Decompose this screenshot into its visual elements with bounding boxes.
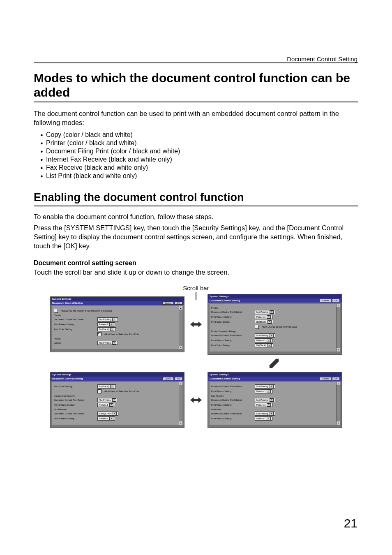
screenshot-fax-list: System Settings Document Control Setting…: [208, 372, 342, 428]
chevron-down-icon: ▼: [267, 403, 271, 407]
screenshot-printer-docfiling: System Settings Document Control Setting…: [208, 294, 342, 355]
scroll-up-icon[interactable]: ▲: [179, 306, 182, 310]
allow-user-checkbox[interactable]: [255, 325, 259, 329]
panel-title: System Settings: [51, 372, 184, 377]
chevron-down-icon: ▼: [267, 417, 271, 420]
panel-subtitle: Document Control Setting: [52, 377, 83, 380]
ok-button[interactable]: OK: [332, 299, 340, 302]
scroll-bar-caption: Scroll bar: [34, 284, 358, 291]
allow-user-label: Allow User to Select the Print Color: [262, 326, 297, 328]
dcps-select[interactable]: Not Printing▼: [255, 398, 275, 402]
scroll-up-icon[interactable]: ▲: [179, 382, 182, 385]
pps-select[interactable]: Pattern 1▼: [255, 315, 272, 319]
chevron-down-icon: ▼: [267, 315, 271, 319]
scroll-down-icon[interactable]: ▼: [337, 421, 340, 425]
chevron-down-icon: ▼: [270, 412, 274, 415]
scroll-down-icon[interactable]: ▼: [179, 421, 182, 425]
chevron-down-icon: ▼: [270, 334, 274, 337]
section-copies-2: Copies:: [54, 342, 96, 344]
allow-user-label: Allow User to Select the Print Color: [104, 333, 140, 335]
double-arrow-icon: [190, 320, 202, 329]
cancel-button[interactable]: Cancel: [162, 301, 174, 305]
dcps-select[interactable]: Not Printing▼: [255, 412, 275, 416]
dcps-select[interactable]: Not Printing▼: [255, 333, 275, 338]
scrollbar[interactable]: ▲▼: [179, 306, 182, 349]
scrollbar[interactable]: ▲▼: [336, 382, 340, 425]
scroll-down-icon[interactable]: ▼: [179, 346, 182, 349]
heading-enabling: Enabling the document control function: [34, 191, 358, 204]
list-item: Copy (color / black and white): [40, 131, 358, 139]
pps-select[interactable]: Pattern 1▼: [255, 416, 272, 421]
scroll-up-icon[interactable]: ▲: [337, 382, 340, 385]
h1-rule: [34, 102, 358, 102]
diagonal-arrow-icon: [268, 358, 280, 369]
dcps-label: Document Control Print Select:: [211, 399, 253, 401]
dcps-label: Document Control Print Select:: [54, 412, 96, 415]
dcps-label: Document Control Print Select:: [211, 334, 253, 337]
modes-intro: The document control function can be use…: [34, 109, 358, 127]
pcs-label: Print Color Setting:: [211, 344, 253, 347]
modes-list: Copy (color / black and white) Printer (…: [40, 131, 358, 180]
dcps-label: Document Control Print Select:: [211, 311, 253, 313]
ok-button[interactable]: OK: [332, 377, 340, 380]
chevron-down-icon: ▼: [267, 339, 271, 342]
ok-button[interactable]: OK: [175, 301, 182, 305]
dcps-select[interactable]: Always Print▼: [97, 412, 118, 416]
svg-marker-3: [269, 358, 279, 368]
pps-label: Print Pattern Setting:: [54, 323, 96, 326]
pps-label: Print Pattern Setting:: [211, 339, 253, 342]
pcs-select[interactable]: Bk(Black)▼: [97, 327, 116, 331]
panel-title: System Settings: [208, 372, 341, 377]
always-add-checkbox[interactable]: [54, 309, 58, 313]
dcps-label: Document Control Print Select:: [211, 385, 253, 388]
pps-label: Print Pattern Setting:: [211, 417, 253, 420]
pcs-select[interactable]: Bk(Black)▼: [97, 384, 116, 388]
scrollbar[interactable]: ▲▼: [179, 382, 182, 425]
allow-user-label: Allow User to Select the Print Color: [104, 390, 140, 393]
section-docfiling: Prints (Document Filing):: [211, 330, 338, 333]
panel-subtitle: Document Control Setting: [210, 299, 240, 302]
section-ifax: Internet Fax Receive:: [54, 395, 181, 397]
pcs-label: Print Color Setting:: [211, 321, 253, 323]
allow-user-checkbox[interactable]: [97, 389, 101, 393]
panel-subtitle: Document Control Setting: [52, 302, 83, 304]
scrollbar[interactable]: ▲▼: [336, 304, 340, 352]
cancel-button[interactable]: Cancel: [320, 299, 331, 302]
chevron-down-icon: ▼: [110, 385, 114, 388]
section-printer: Printer:: [211, 307, 338, 309]
pps-select[interactable]: Pattern 1▼: [97, 416, 115, 421]
dcps-select[interactable]: Not Printing▼: [97, 398, 118, 402]
pps-select[interactable]: Pattern 1▼: [97, 403, 115, 407]
dcps-select[interactable]: Not Printing▼: [255, 310, 275, 314]
panel-title: System Settings: [51, 297, 184, 301]
dcps-select[interactable]: Not Printing▼: [97, 317, 118, 321]
dcps-label: Document Control Print Select:: [211, 412, 253, 415]
pps-select[interactable]: Pattern 1▼: [97, 322, 115, 326]
chevron-down-icon: ▼: [109, 323, 113, 326]
chevron-down-icon: ▼: [267, 344, 272, 347]
screenshots-row: System Settings Document Control Setting…: [34, 372, 358, 428]
section-list: List Prints: [211, 408, 338, 411]
allow-user-checkbox[interactable]: [97, 332, 101, 336]
pcs-select[interactable]: Bk(Black)▼: [255, 343, 273, 347]
scroll-up-icon[interactable]: ▲: [337, 304, 340, 307]
cancel-button[interactable]: Cancel: [320, 377, 331, 380]
pcs-select[interactable]: Bk(Black)▼: [255, 320, 273, 324]
scroll-down-icon[interactable]: ▼: [337, 348, 340, 352]
panel-subtitle-bar: Document Control Setting Cancel OK: [51, 301, 184, 305]
dcps-label: Document Control Print Select:: [54, 318, 96, 321]
cancel-button[interactable]: Cancel: [162, 377, 174, 380]
section-fax: Fax Receive: [211, 395, 338, 397]
dcps-label: Document Control Print Select:: [54, 399, 96, 401]
dcps-select-printer[interactable]: Not Printing▼: [97, 341, 118, 345]
pps-select[interactable]: Pattern 1▼: [255, 403, 272, 407]
dcps-select[interactable]: Not Printing▼: [255, 384, 275, 388]
ok-button[interactable]: OK: [175, 377, 182, 380]
pps-select[interactable]: Pattern 1▼: [255, 338, 272, 342]
panel-subtitle-bar: Document Control Setting Cancel OK: [208, 298, 341, 303]
pps-label: Print Pattern Setting:: [211, 404, 253, 406]
pps-select[interactable]: Pattern 1▼: [255, 389, 272, 393]
list-item: Document Filing Print (color / black and…: [40, 148, 358, 155]
chevron-down-icon: ▼: [112, 318, 116, 321]
screenshot-ifax-fax: System Settings Document Control Setting…: [50, 372, 184, 428]
